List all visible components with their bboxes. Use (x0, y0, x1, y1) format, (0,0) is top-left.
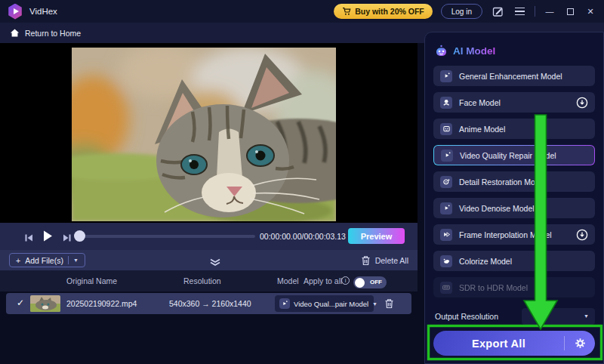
titlebar: VidHex Buy with 20% OFF Log in — ✕ (0, 0, 604, 23)
model-item-colorize[interactable]: Colorize Model (433, 251, 595, 271)
frame-interpolation-icon (440, 229, 452, 241)
file-resolution: 540x360 → 2160x1440 (169, 299, 251, 308)
model-item-detail-restoration[interactable]: Detail Restoration Model (433, 171, 595, 192)
gear-icon (575, 338, 586, 349)
login-button[interactable]: Log in (441, 4, 482, 19)
model-item-label: Frame Interpolation Model (459, 230, 552, 239)
column-original-name: Original Name (66, 276, 117, 285)
trash-icon (361, 255, 371, 266)
row-model-dropdown[interactable]: Video Qual...pair Model ▼ (275, 295, 374, 312)
toggle-state-label: OFF (370, 279, 382, 285)
model-item-label: Face Model (459, 98, 501, 107)
output-resolution-dropdown[interactable]: ▼ (522, 308, 595, 325)
model-item-face[interactable]: Face Model (433, 92, 595, 113)
ai-model-title: AI Model (453, 45, 495, 57)
model-item-label: General Enhancement Model (459, 72, 562, 81)
file-table-header: Original Name Resolution Model Apply to … (0, 270, 418, 292)
face-model-icon (440, 97, 452, 109)
add-files-button[interactable]: + Add File(s) ▼ (9, 253, 85, 267)
add-files-divider (68, 256, 69, 264)
return-home-link[interactable]: Return to Home (25, 29, 81, 38)
toggle-knob (355, 278, 365, 288)
video-preview-stage (0, 43, 418, 223)
model-item-video-denoise[interactable]: Video Denoise Model (433, 198, 595, 218)
seek-slider-thumb[interactable] (74, 230, 85, 242)
titlebar-separator (535, 6, 535, 17)
model-item-label: Detail Restoration Model (459, 177, 546, 187)
files-toolbar: + Add File(s) ▼ Delete All (0, 250, 418, 270)
model-item-label: Video Denoise Model (459, 204, 535, 213)
detail-restoration-icon (440, 176, 452, 188)
collapse-panel-icon[interactable] (208, 256, 222, 270)
file-row[interactable]: ✓ 202502190922.mp4 540x360 → 2160x1440 V… (6, 293, 411, 314)
close-button[interactable]: ✕ (584, 5, 596, 18)
delete-all-label: Delete All (375, 256, 408, 265)
preview-button[interactable]: Preview (348, 228, 405, 244)
column-resolution: Resolution (183, 276, 221, 285)
delete-all-button[interactable]: Delete All (361, 253, 408, 267)
minimize-button[interactable]: — (544, 5, 556, 18)
general-enhancement-icon (440, 70, 452, 82)
buy-button-label: Buy with 20% OFF (355, 7, 424, 16)
export-settings-button[interactable] (565, 338, 595, 349)
model-item-video-quality-repair[interactable]: Video Quality Repair Model (433, 145, 595, 165)
model-item-frame-interpolation[interactable]: Frame Interpolation Model (433, 224, 595, 245)
download-icon[interactable] (576, 97, 588, 109)
seek-slider-track[interactable] (77, 235, 255, 238)
export-all-button[interactable]: Export All (433, 331, 595, 356)
trash-icon (384, 298, 394, 309)
play-button-icon[interactable] (42, 230, 54, 245)
playback-bar: 00:00:00.00/00:00:03.13 Preview (0, 223, 418, 250)
plus-icon: + (16, 256, 20, 265)
anime-model-icon (440, 123, 452, 135)
hdr-model-icon: HDR (440, 282, 452, 294)
video-frame-cat (72, 48, 336, 221)
buy-button[interactable]: Buy with 20% OFF (334, 4, 433, 19)
cart-icon (342, 7, 351, 16)
ai-model-panel: AI Model General Enhancement Model Face … (424, 32, 604, 364)
download-icon[interactable] (576, 229, 588, 241)
row-model-label: Video Qual...pair Model (294, 300, 368, 308)
maximize-button[interactable] (564, 5, 576, 18)
model-item-general-enhancement[interactable]: General Enhancement Model (433, 66, 595, 86)
model-item-label: Colorize Model (459, 257, 512, 266)
colorize-model-icon (440, 255, 452, 267)
column-model: Model (277, 276, 299, 285)
model-item-label: Anime Model (459, 125, 505, 134)
row-delete-button[interactable] (384, 298, 394, 312)
titlebar-actions: Buy with 20% OFF Log in — ✕ (334, 4, 596, 19)
output-resolution-label: Output Resolution (435, 312, 498, 321)
output-resolution-row: Output Resolution ▼ (433, 308, 595, 325)
app-title: VidHex (29, 7, 57, 16)
playback-timestamp: 00:00:00.00/00:00:03.13 (260, 232, 344, 241)
home-icon (10, 28, 20, 38)
output-resolution-caret-icon: ▼ (584, 313, 589, 319)
video-model-icon (279, 298, 290, 309)
video-denoise-icon (440, 202, 452, 214)
apply-to-all-toggle[interactable]: OFF (353, 276, 387, 288)
menu-icon[interactable] (513, 5, 526, 18)
skip-back-icon[interactable] (24, 232, 34, 245)
row-model-caret-icon: ▼ (372, 301, 378, 307)
file-name: 202502190922.mp4 (66, 299, 137, 308)
vidhex-app: VidHex Buy with 20% OFF Log in — ✕ (0, 0, 604, 364)
feedback-icon[interactable] (491, 5, 504, 18)
skip-forward-icon[interactable] (62, 232, 72, 245)
file-thumbnail (30, 295, 60, 312)
vidhex-logo-icon (8, 4, 23, 20)
ai-model-header: AI Model (435, 43, 595, 58)
model-item-label: Video Quality Repair Model (460, 151, 556, 160)
svg-text:HDR: HDR (444, 286, 449, 289)
model-item-label: SDR to HDR Model (459, 283, 528, 292)
export-all-label: Export All (433, 338, 564, 350)
model-item-sdr-to-hdr[interactable]: HDR SDR to HDR Model (433, 277, 595, 298)
info-icon[interactable]: i (341, 276, 350, 285)
model-item-anime[interactable]: Anime Model (433, 119, 595, 139)
add-files-label: Add File(s) (25, 256, 63, 265)
video-quality-repair-icon (441, 150, 453, 162)
row-check-icon[interactable]: ✓ (17, 298, 24, 308)
add-files-caret-icon[interactable]: ▼ (73, 258, 79, 263)
robot-icon (435, 45, 448, 57)
apply-to-all-label: Apply to all (304, 276, 342, 285)
